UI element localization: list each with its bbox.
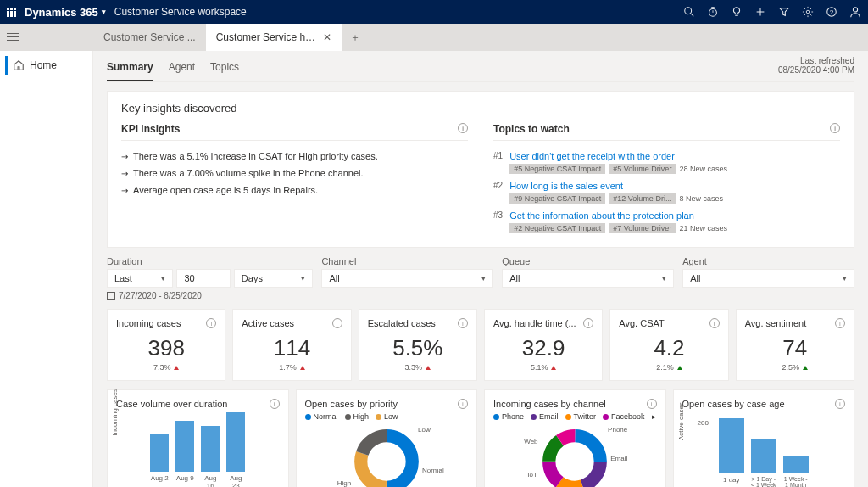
timer-icon[interactable] xyxy=(707,6,719,18)
donut-chart: Low Normal High xyxy=(353,428,420,487)
hamburger-icon[interactable] xyxy=(7,31,19,43)
kpi-value: 32.9 xyxy=(493,335,593,361)
sidebar-item-label: Home xyxy=(30,59,57,71)
kpi-cards: Incoming casesi3987.3% Active casesi1141… xyxy=(107,309,854,381)
info-icon[interactable]: i xyxy=(835,318,845,328)
kpi-value: 398 xyxy=(116,335,216,361)
filter-bar: Duration Last▾ 30 Days▾ Channel All▾ Que… xyxy=(107,256,854,288)
info-icon[interactable]: i xyxy=(458,123,468,133)
tab-historical-analytics[interactable]: Customer Service historic...✕ xyxy=(206,24,342,51)
kpi-escalated-cases: Escalated casesi5.5%3.3% xyxy=(359,309,477,381)
duration-unit-select[interactable]: Days▾ xyxy=(234,269,314,288)
info-icon[interactable]: i xyxy=(458,399,468,409)
last-refreshed: Last refreshed 08/25/2020 4:00 PM xyxy=(778,56,854,75)
duration-number-select[interactable]: 30 xyxy=(176,269,230,288)
app-launcher-icon[interactable] xyxy=(7,8,16,17)
filter-icon[interactable] xyxy=(778,6,790,18)
help-icon[interactable]: ? xyxy=(826,6,837,18)
topic-item: #3 Get the information about the protect… xyxy=(493,207,840,237)
info-icon[interactable]: i xyxy=(835,399,845,409)
topic-tag: #12 Volume Dri... xyxy=(609,193,676,204)
svg-point-8 xyxy=(806,10,810,14)
kpi-active-cases: Active casesi1141.7% xyxy=(232,309,351,381)
user-icon[interactable] xyxy=(849,6,861,18)
plus-icon[interactable] xyxy=(754,6,766,18)
topic-item: #1 User didn't get the receipt with the … xyxy=(493,148,840,177)
topic-cases: 28 New cases xyxy=(679,165,727,173)
svg-text:?: ? xyxy=(830,8,834,16)
search-icon[interactable] xyxy=(683,6,695,18)
subtab-agent[interactable]: Agent xyxy=(169,56,195,81)
svg-line-1 xyxy=(691,14,694,17)
main-content: Last refreshed 08/25/2020 4:00 PM Summar… xyxy=(93,51,868,487)
chart-priority: Open cases by priorityi NormalHighLow Lo… xyxy=(296,389,478,487)
topic-link[interactable]: How long is the sales event xyxy=(509,181,723,191)
agent-select[interactable]: All▾ xyxy=(682,269,854,288)
topic-tag: #7 Volume Driver xyxy=(609,223,676,233)
filter-label: Queue xyxy=(502,256,674,266)
kpi-value: 74 xyxy=(745,335,845,361)
trend-arrow-icon: ↗ xyxy=(119,184,130,195)
bar-chart xyxy=(150,412,245,472)
topic-item: #2 How long is the sales event #9 Negati… xyxy=(493,177,840,207)
info-icon[interactable]: i xyxy=(332,318,342,328)
duration-last-select[interactable]: Last▾ xyxy=(107,269,173,288)
trend-up-icon xyxy=(300,366,305,370)
queue-select[interactable]: All▾ xyxy=(502,269,674,288)
report-tabs: Summary Agent Topics xyxy=(107,51,854,82)
kpi-incoming-cases: Incoming casesi3987.3% xyxy=(107,309,225,381)
kpi-avg-csat: Avg. CSATi4.22.1% xyxy=(609,309,728,381)
svg-point-0 xyxy=(685,8,692,14)
info-icon[interactable]: i xyxy=(270,399,280,409)
topic-cases: 21 New cases xyxy=(679,224,727,232)
global-header: Dynamics 365▾ Customer Service workspace… xyxy=(0,0,868,24)
gear-icon[interactable] xyxy=(802,6,814,18)
topic-tag: #5 Negative CSAT Impact xyxy=(509,164,605,174)
topics-watch-title: Topics to watch xyxy=(493,123,570,135)
trend-up-icon xyxy=(174,366,179,370)
tab-customer-service[interactable]: Customer Service ... xyxy=(93,24,206,51)
add-tab-button[interactable]: ＋ xyxy=(342,24,369,51)
insights-title: Key insights discovered xyxy=(121,102,840,115)
subtab-topics[interactable]: Topics xyxy=(210,56,239,81)
topic-tag: #2 Negative CSAT Impact xyxy=(509,223,605,233)
chart-row-1: Case volume over durationi Incoming case… xyxy=(107,389,854,487)
trend-arrow-icon: ↗ xyxy=(119,150,130,161)
lightbulb-icon[interactable] xyxy=(731,6,743,18)
product-name[interactable]: Dynamics 365▾ xyxy=(25,6,106,19)
home-icon xyxy=(13,59,25,71)
chevron-down-icon: ▾ xyxy=(102,8,106,16)
session-tabs: Customer Service ... Customer Service hi… xyxy=(0,24,868,51)
trend-up-icon xyxy=(677,366,682,370)
topic-tag: #5 Volume Driver xyxy=(609,164,676,174)
subtab-summary[interactable]: Summary xyxy=(107,56,153,81)
info-icon[interactable]: i xyxy=(830,123,840,133)
chart-channel: Incoming cases by channeli PhoneEmailTwi… xyxy=(484,389,666,487)
svg-point-11 xyxy=(853,8,857,12)
chevron-down-icon: ▾ xyxy=(662,274,666,283)
scroll-right-icon[interactable]: ▸ xyxy=(652,412,656,421)
topic-link[interactable]: User didn't get the receipt with the ord… xyxy=(509,151,727,161)
chart-case-age: Open cases by case agei Active cases 200… xyxy=(673,389,855,487)
kpi-avg-handle-time: Avg. handle time (...i32.95.1% xyxy=(484,309,603,381)
chart-volume-duration: Case volume over durationi Incoming case… xyxy=(107,389,289,487)
topic-tag: #9 Negative CSAT Impact xyxy=(509,193,605,204)
close-icon[interactable]: ✕ xyxy=(323,31,331,43)
info-icon[interactable]: i xyxy=(647,399,657,409)
info-icon[interactable]: i xyxy=(206,318,216,328)
sidebar-item-home[interactable]: Home xyxy=(5,56,87,75)
kpi-avg-sentiment: Avg. sentimenti742.5% xyxy=(736,309,854,381)
topic-cases: 8 New cases xyxy=(679,194,723,203)
chevron-down-icon: ▾ xyxy=(161,274,165,283)
chevron-down-icon: ▾ xyxy=(481,274,486,283)
info-icon[interactable]: i xyxy=(458,318,468,328)
info-icon[interactable]: i xyxy=(583,318,593,328)
info-icon[interactable]: i xyxy=(709,318,720,328)
topic-link[interactable]: Get the information about the protection… xyxy=(509,210,727,221)
channel-select[interactable]: All▾ xyxy=(321,269,493,288)
filter-label: Duration xyxy=(107,256,313,266)
calendar-icon xyxy=(107,292,115,300)
kpi-value: 4.2 xyxy=(619,335,719,361)
kpi-insights-title: KPI insights xyxy=(121,123,180,135)
kpi-insight-item: ↗There was a 7.00% volume spike in the P… xyxy=(121,165,468,182)
